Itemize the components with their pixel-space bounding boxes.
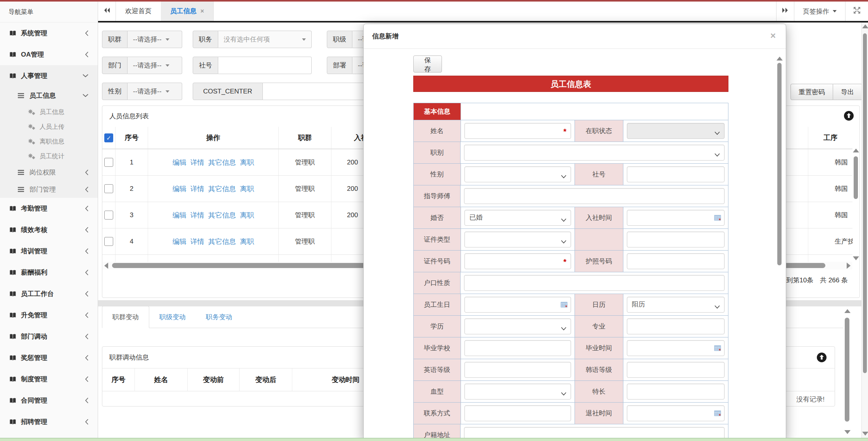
action-link-离职[interactable]: 离职: [240, 158, 254, 167]
tab-job-title-change[interactable]: 职务变动: [196, 306, 242, 328]
tab-employee-info[interactable]: 员工信息×: [161, 2, 213, 21]
action-link-其它信息[interactable]: 其它信息: [208, 158, 236, 167]
scrollbar-thumb[interactable]: [777, 63, 782, 265]
action-link-详情[interactable]: 详情: [190, 237, 204, 246]
tab-welcome[interactable]: 欢迎首页: [116, 2, 161, 21]
form-input[interactable]: [627, 166, 725, 182]
reset-password-button[interactable]: 重置密码: [790, 84, 833, 100]
form-select[interactable]: [464, 232, 571, 247]
action-link-离职[interactable]: 离职: [240, 237, 254, 246]
form-input[interactable]: [627, 384, 725, 399]
scroll-up-icon[interactable]: [844, 309, 851, 313]
form-input[interactable]: [627, 340, 725, 356]
scroll-down-icon[interactable]: [844, 430, 851, 434]
scrollbar-thumb[interactable]: [845, 318, 849, 422]
sidebar-item-招聘管理[interactable]: 招聘管理: [0, 411, 98, 432]
bottom-section-scrollbar[interactable]: [844, 308, 851, 435]
row-checkbox[interactable]: [104, 158, 113, 167]
sidebar-item-员工信息[interactable]: 员工信息: [0, 105, 98, 119]
scroll-down-icon[interactable]: [862, 432, 868, 436]
tab-job-group-change[interactable]: 职群变动: [102, 306, 149, 328]
calendar-icon[interactable]: [714, 214, 721, 223]
row-checkbox[interactable]: [104, 237, 113, 246]
export-button[interactable]: 导出: [833, 84, 862, 100]
row-checkbox[interactable]: [104, 184, 113, 193]
form-input[interactable]: [464, 405, 571, 421]
form-input[interactable]: *: [464, 253, 571, 269]
form-input[interactable]: [627, 210, 725, 226]
form-input[interactable]: [627, 318, 725, 334]
action-link-编辑[interactable]: 编辑: [173, 158, 186, 167]
tab-operations-dropdown[interactable]: 页签操作: [794, 2, 845, 21]
sidebar-item-奖惩管理[interactable]: 奖惩管理: [0, 347, 98, 368]
action-link-详情[interactable]: 详情: [190, 158, 204, 167]
action-link-编辑[interactable]: 编辑: [173, 211, 186, 220]
calendar-icon[interactable]: [561, 301, 568, 310]
form-input[interactable]: [464, 362, 571, 378]
employee-no-input[interactable]: [218, 57, 311, 74]
sidebar-item-考勤管理[interactable]: 考勤管理: [0, 198, 98, 219]
scroll-down-icon[interactable]: [853, 256, 859, 260]
form-input[interactable]: [627, 253, 725, 269]
sidebar-item-OA管理[interactable]: OA管理: [0, 44, 98, 65]
row-checkbox[interactable]: [104, 211, 113, 220]
sidebar-item-部门调动[interactable]: 部门调动: [0, 326, 98, 347]
save-button[interactable]: 保存: [413, 55, 442, 73]
sidebar-item-员工工作台[interactable]: 员工工作台: [0, 283, 98, 304]
collapse-panel-icon[interactable]: [844, 111, 854, 123]
form-input[interactable]: [464, 188, 725, 204]
action-link-离职[interactable]: 离职: [240, 184, 254, 194]
scroll-right-icon[interactable]: [847, 263, 851, 269]
select-all-checkbox[interactable]: ✓: [104, 133, 113, 142]
calendar-icon[interactable]: [714, 410, 721, 418]
sidebar-item-人事管理[interactable]: 人事管理: [0, 65, 98, 86]
action-link-其它信息[interactable]: 其它信息: [208, 237, 236, 246]
form-select[interactable]: 已婚: [464, 210, 571, 226]
form-input[interactable]: [464, 275, 725, 291]
form-select[interactable]: [627, 123, 725, 139]
modal-scrollbar[interactable]: [777, 55, 783, 439]
scroll-left-icon[interactable]: [104, 263, 108, 269]
sidebar-item-升免管理[interactable]: 升免管理: [0, 304, 98, 326]
form-input[interactable]: [464, 340, 571, 356]
page-scrollbar[interactable]: [861, 22, 868, 438]
action-link-其它信息[interactable]: 其它信息: [208, 184, 236, 194]
form-input[interactable]: *: [464, 123, 571, 139]
form-input[interactable]: [627, 362, 725, 378]
scroll-up-icon[interactable]: [777, 57, 783, 61]
scrollbar-thumb[interactable]: [863, 33, 867, 373]
close-tab-icon[interactable]: ×: [200, 8, 204, 14]
sidebar-item-绩效考核[interactable]: 绩效考核: [0, 219, 98, 240]
scroll-up-icon[interactable]: [853, 149, 859, 152]
collapse-panel-icon[interactable]: [816, 352, 827, 365]
form-input[interactable]: [627, 405, 725, 421]
calendar-icon[interactable]: [714, 345, 721, 353]
action-link-详情[interactable]: 详情: [190, 184, 204, 194]
job-title-multiselect[interactable]: 没有选中任何项: [218, 31, 312, 48]
form-select[interactable]: [464, 145, 725, 161]
action-link-编辑[interactable]: 编辑: [173, 237, 186, 246]
scroll-up-icon[interactable]: [862, 24, 868, 28]
fullscreen-button[interactable]: [846, 2, 868, 21]
form-input[interactable]: [464, 297, 571, 313]
form-select[interactable]: [464, 318, 571, 334]
sidebar-item-部门管理[interactable]: 部门管理: [0, 181, 98, 198]
gender-select[interactable]: --请选择--: [128, 83, 182, 100]
sidebar-item-系统管理[interactable]: 系统管理: [0, 22, 98, 44]
sidebar-item-薪酬福利[interactable]: 薪酬福利: [0, 262, 98, 283]
action-link-详情[interactable]: 详情: [190, 211, 204, 220]
form-input[interactable]: [627, 232, 725, 247]
sidebar-item-员工统计[interactable]: 员工统计: [0, 149, 98, 164]
sidebar-item-人员上传[interactable]: 人员上传: [0, 119, 98, 134]
sidebar-item-岗位权限[interactable]: 岗位权限: [0, 164, 98, 181]
form-select[interactable]: [464, 384, 571, 399]
tabs-scroll-right-button[interactable]: [777, 2, 794, 21]
department-select[interactable]: --请选择--: [128, 57, 182, 74]
scrollbar-thumb[interactable]: [854, 156, 858, 199]
tab-job-level-change[interactable]: 职级变动: [149, 306, 196, 328]
form-select[interactable]: [464, 166, 571, 182]
sidebar-item-离职信息[interactable]: 离职信息: [0, 134, 98, 149]
sidebar-item-培训管理[interactable]: 培训管理: [0, 240, 98, 262]
sidebar-item-员工信息[interactable]: 员工信息: [0, 86, 98, 105]
action-link-编辑[interactable]: 编辑: [173, 184, 186, 194]
